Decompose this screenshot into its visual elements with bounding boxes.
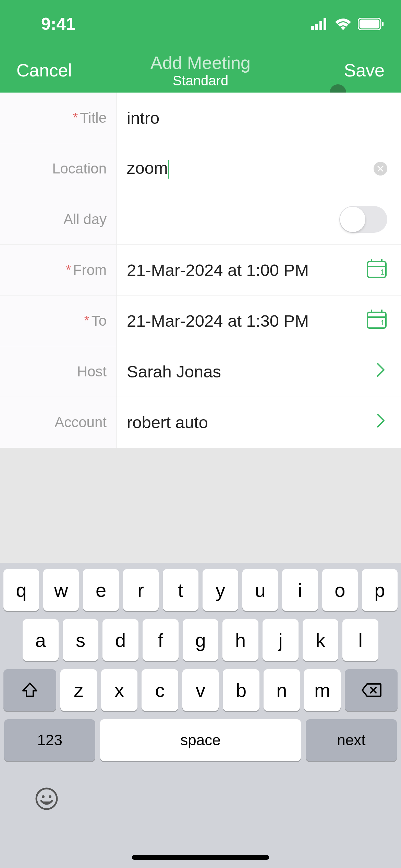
row-title: *Title: [0, 93, 401, 143]
svg-rect-1: [315, 24, 318, 30]
key-r[interactable]: r: [123, 569, 159, 611]
row-location: Location zoom: [0, 143, 401, 194]
svg-rect-3: [324, 18, 326, 30]
account-value[interactable]: robert auto: [127, 413, 208, 432]
key-z[interactable]: z: [60, 669, 97, 711]
row-to: *To 21-Mar-2024 at 1:30 PM 1: [0, 296, 401, 346]
wifi-icon: [335, 18, 352, 30]
keyboard-row-1: q w e r t y u i o p: [3, 569, 398, 611]
keyboard-row-4: 123 space next: [3, 719, 398, 761]
label-title: *Title: [0, 93, 117, 143]
to-value[interactable]: 21-Mar-2024 at 1:30 PM: [127, 311, 309, 330]
key-f[interactable]: f: [143, 619, 179, 661]
cellular-icon: [311, 18, 328, 30]
status-bar: 9:41: [0, 0, 401, 48]
svg-text:1: 1: [380, 268, 385, 276]
close-icon: [377, 166, 384, 172]
key-n[interactable]: n: [264, 669, 300, 711]
key-s[interactable]: s: [63, 619, 99, 661]
status-indicators: [311, 18, 384, 30]
label-from: *From: [0, 245, 117, 295]
keyboard: q w e r t y u i o p a s d f g h j k l z …: [0, 563, 401, 868]
svg-rect-5: [360, 20, 379, 28]
shift-icon: [21, 681, 39, 699]
key-g[interactable]: g: [183, 619, 219, 661]
backspace-icon: [361, 683, 381, 698]
row-from: *From 21-Mar-2024 at 1:00 PM 1: [0, 245, 401, 296]
key-w[interactable]: w: [43, 569, 79, 611]
title-input[interactable]: [127, 108, 346, 128]
key-123[interactable]: 123: [4, 719, 95, 761]
row-host: Host Sarah Jonas: [0, 346, 401, 397]
clear-location-button[interactable]: [374, 162, 387, 176]
key-q[interactable]: q: [3, 569, 39, 611]
page-subtitle: Standard: [150, 73, 251, 88]
key-v[interactable]: v: [182, 669, 219, 711]
host-value[interactable]: Sarah Jonas: [127, 362, 221, 381]
toggle-knob: [340, 207, 365, 232]
form-background: [0, 441, 401, 563]
row-account: Account robert auto: [0, 397, 401, 448]
key-p[interactable]: p: [362, 569, 398, 611]
svg-rect-2: [319, 21, 322, 30]
keyboard-row-2: a s d f g h j k l: [3, 619, 398, 661]
label-all-day: All day: [0, 194, 117, 244]
key-j[interactable]: j: [263, 619, 299, 661]
row-all-day: All day: [0, 194, 401, 245]
keyboard-bottom-row: [3, 769, 398, 817]
calendar-icon: 1: [366, 257, 387, 279]
key-m[interactable]: m: [304, 669, 340, 711]
key-space[interactable]: space: [100, 719, 301, 761]
location-input[interactable]: zoom: [127, 158, 169, 179]
key-d[interactable]: d: [102, 619, 138, 661]
svg-point-18: [42, 795, 45, 798]
key-h[interactable]: h: [222, 619, 258, 661]
status-time: 9:41: [41, 14, 75, 34]
calendar-icon: 1: [366, 308, 387, 329]
from-value[interactable]: 21-Mar-2024 at 1:00 PM: [127, 261, 309, 280]
battery-icon: [358, 18, 384, 30]
key-o[interactable]: o: [322, 569, 358, 611]
text-cursor: [168, 160, 169, 179]
all-day-toggle[interactable]: [339, 206, 387, 233]
calendar-from-button[interactable]: 1: [366, 257, 387, 282]
key-a[interactable]: a: [23, 619, 59, 661]
calendar-to-button[interactable]: 1: [366, 308, 387, 333]
host-chevron[interactable]: [376, 362, 386, 381]
svg-point-19: [49, 795, 51, 798]
key-next[interactable]: next: [306, 719, 397, 761]
chevron-right-icon: [376, 362, 386, 377]
key-y[interactable]: y: [203, 569, 238, 611]
save-button[interactable]: Save: [344, 60, 385, 81]
page-title: Add Meeting: [150, 52, 251, 73]
svg-point-17: [36, 788, 57, 809]
nav-bar: Cancel Add Meeting Standard Save: [0, 48, 401, 93]
key-backspace[interactable]: [345, 669, 398, 711]
key-shift[interactable]: [3, 669, 56, 711]
label-to: *To: [0, 296, 117, 346]
label-account: Account: [0, 397, 117, 448]
account-chevron[interactable]: [376, 413, 386, 432]
label-location: Location: [0, 143, 117, 194]
cancel-button[interactable]: Cancel: [16, 60, 72, 81]
home-indicator[interactable]: [132, 855, 269, 860]
key-c[interactable]: c: [142, 669, 178, 711]
key-l[interactable]: l: [342, 619, 378, 661]
keyboard-row-3: z x c v b n m: [3, 669, 398, 711]
svg-rect-0: [311, 26, 314, 30]
emoji-button[interactable]: [34, 786, 59, 817]
chevron-right-icon: [376, 413, 386, 428]
emoji-icon: [34, 786, 59, 811]
key-i[interactable]: i: [282, 569, 318, 611]
key-b[interactable]: b: [223, 669, 259, 711]
key-t[interactable]: t: [163, 569, 198, 611]
label-host: Host: [0, 346, 117, 397]
key-u[interactable]: u: [242, 569, 278, 611]
key-x[interactable]: x: [101, 669, 137, 711]
nav-title-group: Add Meeting Standard: [150, 52, 251, 88]
meeting-form: *Title Location zoom All day *From 21-Ma…: [0, 93, 401, 441]
svg-rect-6: [382, 22, 384, 26]
svg-text:1: 1: [380, 318, 385, 327]
key-k[interactable]: k: [303, 619, 339, 661]
key-e[interactable]: e: [83, 569, 119, 611]
